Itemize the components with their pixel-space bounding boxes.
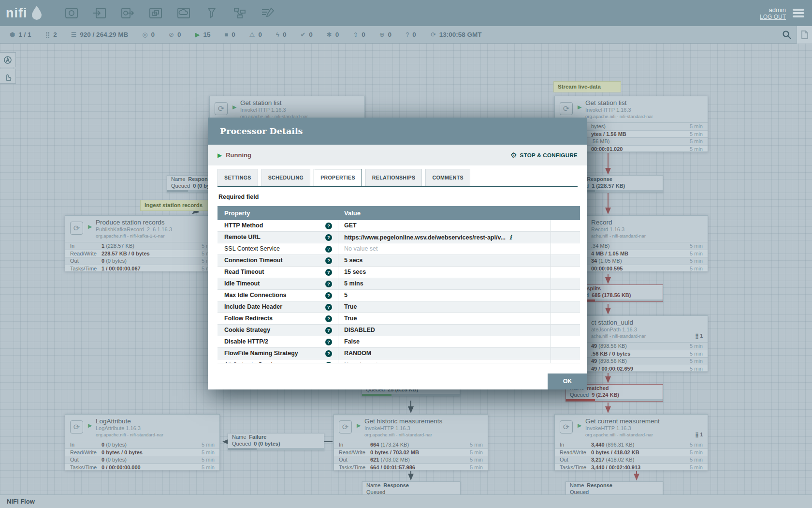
property-help-icon[interactable]: ?	[325, 223, 332, 229]
tab-settings[interactable]: SETTINGS	[218, 169, 258, 186]
run-status-icon: ▶	[232, 104, 236, 110]
processor-bundle: org.apache.nifi - nifi-kafka-2-6-nar	[96, 233, 165, 239]
stat-label: Tasks/Time	[339, 464, 365, 471]
processor-name: Get station list	[240, 99, 282, 106]
breadcrumb[interactable]: NiFi Flow	[7, 498, 35, 505]
property-row: Cookie Strategy?DISABLED	[218, 325, 580, 336]
property-help-icon[interactable]: ?	[325, 339, 332, 345]
transmitting-remote-groups-icon: ◎	[142, 31, 147, 38]
connection-label-value: 1 (228.57 KB)	[592, 183, 625, 189]
stop-and-configure-button[interactable]: ⚙ STOP & CONFIGURE	[510, 151, 578, 160]
funnel-tool-icon[interactable]	[203, 6, 220, 20]
proc-get-historic-measurements[interactable]: ⟳▶Get historic measurementsInvokeHTTP 1.…	[334, 414, 488, 470]
property-name-cell: Cookie Strategy?	[218, 325, 338, 336]
stat-value: 664 (173.24 KB)	[370, 441, 409, 448]
logout-link[interactable]: LOG OUT	[760, 14, 786, 20]
property-help-icon[interactable]: ?	[325, 269, 332, 276]
global-menu-icon[interactable]	[793, 9, 804, 17]
process-group-tool-icon[interactable]	[147, 6, 164, 20]
status-not-transmitting-remote-groups: ⊘0	[169, 31, 181, 38]
property-value: True	[344, 315, 357, 322]
processor-icon: ⟳	[215, 102, 228, 115]
property-extra-cell	[551, 336, 580, 347]
remote-process-group-tool-icon[interactable]	[175, 6, 192, 20]
processor-header: ⟳▶Get current measurementInvokeHTTP 1.16…	[555, 415, 708, 441]
property-value: False	[344, 338, 360, 345]
property-row: SSL Context Service?No value set	[218, 243, 580, 255]
input-port-tool-icon[interactable]	[91, 6, 108, 20]
property-help-icon[interactable]: ?	[325, 362, 332, 364]
ok-button[interactable]: OK	[548, 374, 587, 389]
info-icon[interactable]: i	[509, 234, 512, 241]
stat-label: Out	[339, 456, 348, 463]
stat-window: 5 min	[690, 449, 703, 456]
stat-row: Tasks/Time0 / 00:00:00.0005 min	[65, 463, 219, 471]
property-help-icon[interactable]: ?	[325, 315, 332, 322]
stat-bold: 3,440	[591, 442, 605, 448]
template-tool-icon[interactable]	[232, 6, 248, 20]
processor-name: Produce station records	[96, 219, 165, 226]
label-stream-live-data[interactable]: Stream live-data	[553, 81, 621, 92]
label-tool-icon[interactable]	[260, 6, 276, 20]
processor-type: Record 1.16.3	[591, 226, 624, 232]
label-ingest-station-records[interactable]: Ingest station records	[140, 200, 218, 211]
proc-logattribute[interactable]: ⟳▶LogAttributeLogAttribute 1.16.3org.apa…	[65, 414, 220, 470]
stop-and-configure-label: STOP & CONFIGURE	[520, 152, 578, 158]
tab-comments[interactable]: COMMENTS	[425, 169, 470, 186]
stat-bold: 49	[591, 358, 598, 364]
status-stopped-components: ■0	[224, 31, 235, 38]
processor-bundle: org.apache.nifi - nifi-standard-nar	[585, 432, 653, 437]
property-extra-cell	[551, 255, 580, 266]
last-refresh[interactable]: ⟳ 13:00:58 GMT	[431, 31, 482, 38]
property-help-icon[interactable]: ?	[325, 327, 332, 334]
conn-failure[interactable]: NameFailureQueued0 (0 bytes)	[228, 433, 324, 450]
stat-bold: 00:00:00.595	[591, 266, 623, 271]
processor-type: InvokeHTTP 1.16.3	[585, 107, 631, 113]
stat-row: Tasks/Time1 / 00:00:00.0675 min	[65, 265, 219, 272]
connection-label-value: Response	[587, 176, 612, 182]
run-status-icon: ▶	[88, 422, 92, 429]
stat-window: 5 min	[690, 257, 703, 265]
stat-value: 1 (228.57 KB)	[102, 242, 134, 250]
property-name-cell: Read Timeout?	[218, 267, 338, 278]
birdseye-toggle-button[interactable]	[797, 26, 812, 44]
property-help-icon[interactable]: ?	[325, 292, 332, 299]
processor-type: InvokeHTTP 1.16.3	[240, 107, 286, 113]
property-extra-cell	[551, 220, 580, 231]
tab-relationships[interactable]: RELATIONSHIPS	[365, 169, 422, 186]
tab-properties[interactable]: PROPERTIES	[314, 169, 362, 186]
refresh-icon[interactable]: ⟳	[431, 31, 436, 38]
connection-label-key: Queued	[570, 489, 589, 495]
processor-tool-icon[interactable]	[63, 6, 80, 20]
connection-label-key: Name	[570, 482, 584, 488]
stat-value: 0 / 00:00:00.000	[102, 464, 141, 471]
property-value: DISABLED	[344, 327, 375, 333]
property-help-icon[interactable]: ?	[325, 281, 332, 287]
stat-window: 5 min	[690, 343, 703, 350]
stat-bold: 0	[102, 457, 104, 463]
stat-window: 5 min	[690, 250, 703, 257]
stat-bold: 664	[370, 442, 379, 448]
property-name-cell: Follow Redirects?	[218, 313, 338, 324]
stat-bold: 00:00:01.020	[591, 146, 623, 152]
proc-produce-station-records[interactable]: ⟳▶Produce station recordsPublishKafkaRec…	[65, 215, 220, 271]
property-help-icon[interactable]: ?	[325, 350, 332, 357]
property-value-cell: No value set	[338, 359, 551, 363]
stat-value: 0 bytes / 703.02 MB	[370, 449, 419, 456]
search-button[interactable]	[777, 26, 797, 44]
tab-scheduling[interactable]: SCHEDULING	[261, 169, 310, 186]
stat-window: 5 min	[470, 449, 483, 456]
proc-get-current-measurement[interactable]: ⟳▶Get current measurementInvokeHTTP 1.16…	[554, 414, 708, 470]
property-help-icon[interactable]: ?	[325, 234, 332, 241]
connection-label-key: Queued	[570, 392, 589, 398]
stat-label: Out	[70, 456, 79, 463]
output-port-tool-icon[interactable]	[119, 6, 136, 20]
property-help-icon[interactable]: ?	[325, 304, 332, 311]
property-help-icon[interactable]: ?	[325, 257, 332, 264]
total-queued-icon: ☰	[71, 31, 77, 38]
processor-type: LogAttribute 1.16.3	[96, 425, 141, 431]
status-locally-modified-versioned: ✱0	[327, 31, 339, 38]
property-help-icon[interactable]: ?	[325, 246, 332, 253]
running-components-count: 15	[203, 31, 210, 38]
stat-label: Tasks/Time	[70, 464, 97, 471]
